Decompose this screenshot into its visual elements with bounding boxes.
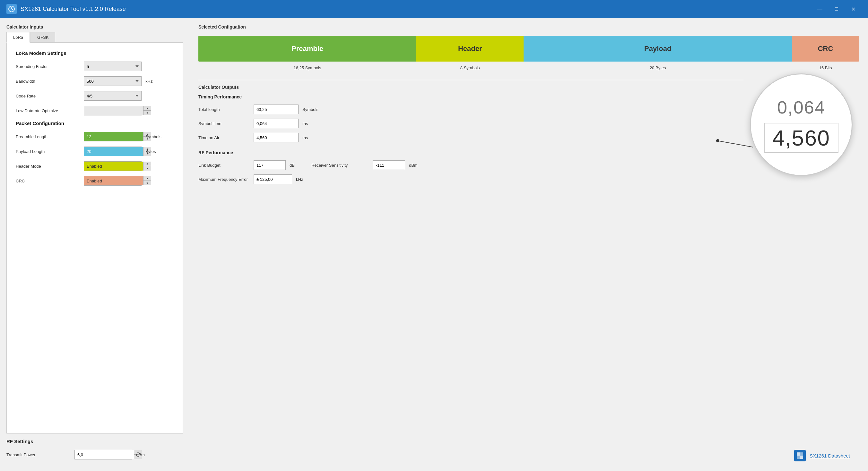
- bandwidth-row: Bandwidth 125 250 500 kHz: [16, 76, 174, 86]
- header-mode-spinner: ▲ ▼: [84, 161, 142, 171]
- crc-value[interactable]: [84, 176, 143, 185]
- window-controls: — □ ✕: [811, 3, 862, 15]
- header-mode-up[interactable]: ▲: [144, 162, 151, 166]
- app-title: SX1261 Calculator Tool v1.1.2.0 Release: [21, 6, 126, 12]
- transmit-power-row: Transmit Power ▲ ▼ dBm: [6, 450, 183, 460]
- symbol-time-value: 0,064: [254, 119, 299, 128]
- tab-lora[interactable]: LoRa: [6, 32, 30, 43]
- magnifier-top-value: 0,064: [777, 97, 825, 118]
- maximize-button[interactable]: □: [828, 3, 845, 15]
- svg-rect-6: [800, 456, 803, 459]
- low-datarate-label: Low Datarate Optimize: [16, 108, 80, 113]
- preamble-length-value[interactable]: [84, 132, 143, 141]
- close-button[interactable]: ✕: [845, 3, 862, 15]
- minimize-button[interactable]: —: [811, 3, 828, 15]
- symbol-time-label: Symbol time: [198, 121, 250, 126]
- svg-rect-4: [800, 452, 803, 456]
- selected-config-title: Selected Configuation: [198, 24, 859, 30]
- payload-length-row: Payload Length ▲ ▼ Bytes: [16, 146, 174, 156]
- preamble-length-unit: Symbols: [146, 134, 161, 139]
- rf-performance-title: RF Performance: [198, 150, 743, 155]
- tab-gfsk[interactable]: GFSK: [31, 32, 55, 42]
- header-mode-down[interactable]: ▼: [144, 166, 151, 171]
- payload-segment: Payload: [524, 36, 792, 62]
- svg-line-1: [718, 141, 753, 147]
- tabs-container: LoRa GFSK: [6, 32, 183, 43]
- packet-visualization: Preamble Header Payload CRC: [198, 36, 859, 62]
- crc-up[interactable]: ▲: [144, 176, 151, 181]
- packet-config-section: Packet Configuration Preamble Length ▲ ▼…: [16, 121, 174, 186]
- preamble-segment: Preamble: [198, 36, 416, 62]
- outputs-area: Calculator Outputs Timing Performance To…: [198, 80, 859, 189]
- header-sublabel: 8 Symbols: [416, 65, 524, 70]
- settings-box: LoRa Modem Settings Spreading Factor 5 6…: [6, 43, 183, 434]
- magnifier-circle: 0,064 4,560: [750, 73, 852, 176]
- low-datarate-row: Low Datarate Optimize Disabled ▲ ▼: [16, 106, 174, 115]
- transmit-power-value[interactable]: [75, 450, 134, 459]
- crc-buttons: ▲ ▼: [143, 176, 151, 185]
- receiver-sensitivity-value: -111: [373, 160, 405, 170]
- preamble-length-spinner: ▲ ▼: [84, 132, 142, 141]
- transmit-power-unit: dBm: [136, 452, 145, 457]
- max-freq-error-unit: kHz: [296, 177, 303, 182]
- bandwidth-unit: kHz: [146, 79, 153, 84]
- payload-length-value[interactable]: [84, 147, 143, 156]
- low-datarate-buttons: ▲ ▼: [143, 106, 151, 115]
- packet-config-title: Packet Configuration: [16, 121, 174, 126]
- crc-down[interactable]: ▼: [144, 181, 151, 185]
- bandwidth-select[interactable]: 125 250 500: [84, 76, 142, 86]
- max-freq-error-value: ± 125,00: [254, 174, 292, 184]
- spreading-factor-label: Spreading Factor: [16, 64, 80, 69]
- title-bar: SX1261 Calculator Tool v1.1.2.0 Release …: [0, 0, 868, 18]
- header-mode-value[interactable]: [84, 162, 143, 171]
- footer-logo: [794, 450, 806, 461]
- preamble-sublabel: 16,25 Symbols: [198, 65, 416, 70]
- payload-length-unit: Bytes: [146, 149, 156, 154]
- left-panel: Calculator Inputs LoRa GFSK LoRa Modem S…: [0, 18, 189, 471]
- app-icon: [6, 4, 17, 14]
- low-datarate-spinner: Disabled ▲ ▼: [84, 106, 142, 115]
- calculator-outputs-title: Calculator Outputs: [198, 80, 743, 90]
- packet-labels: 16,25 Symbols 8 Symbols 20 Bytes 16 Bits: [198, 65, 859, 70]
- bandwidth-label: Bandwidth: [16, 79, 80, 84]
- preamble-length-label: Preamble Length: [16, 134, 80, 139]
- low-datarate-up[interactable]: ▲: [144, 106, 151, 111]
- link-budget-unit: dB: [289, 163, 295, 168]
- code-rate-row: Code Rate 4/5 4/6 4/7 4/8: [16, 91, 174, 101]
- link-budget-row: Link Budget 117 dB Receiver Sensitivity …: [198, 160, 743, 170]
- footer: SX1261 Datasheet: [198, 440, 859, 465]
- crc-spinner: ▲ ▼: [84, 176, 142, 186]
- crc-row: CRC ▲ ▼: [16, 176, 174, 186]
- preamble-length-row: Preamble Length ▲ ▼ Symbols: [16, 132, 174, 141]
- header-segment: Header: [416, 36, 524, 62]
- outputs-left-col: Calculator Outputs Timing Performance To…: [198, 80, 743, 189]
- title-bar-left: SX1261 Calculator Tool v1.1.2.0 Release: [6, 4, 126, 14]
- rf-settings-title: RF Settings: [6, 439, 183, 444]
- link-budget-value: 117: [254, 160, 286, 170]
- max-freq-error-row: Maximum Frequency Error ± 125,00 kHz: [198, 174, 743, 184]
- svg-rect-5: [797, 456, 800, 459]
- total-length-unit: Symbols: [302, 107, 318, 112]
- magnifier-connector: [718, 131, 756, 150]
- main-content: Calculator Inputs LoRa GFSK LoRa Modem S…: [0, 18, 868, 471]
- time-on-air-unit: ms: [302, 135, 308, 140]
- spreading-factor-select[interactable]: 5 6 7 8 9 10 11 12: [84, 62, 142, 71]
- code-rate-select[interactable]: 4/5 4/6 4/7 4/8: [84, 91, 142, 101]
- total-length-value: 63,25: [254, 104, 299, 114]
- rf-settings-section: RF Settings Transmit Power ▲ ▼ dBm: [6, 439, 183, 465]
- total-length-label: Total length: [198, 107, 250, 112]
- receiver-sensitivity-label: Receiver Sensitivity: [311, 163, 369, 168]
- payload-sublabel: 20 Bytes: [524, 65, 792, 70]
- crc-sublabel: 16 Bits: [792, 65, 859, 70]
- low-datarate-value[interactable]: Disabled: [84, 106, 143, 115]
- timing-performance-title: Timing Performance: [198, 94, 743, 99]
- symbol-time-row: Symbol time 0,064 ms: [198, 119, 743, 128]
- svg-point-2: [716, 139, 719, 142]
- crc-segment: CRC: [792, 36, 859, 62]
- time-on-air-label: Time on Air: [198, 135, 250, 140]
- lora-modem-title: LoRa Modem Settings: [16, 51, 174, 56]
- header-mode-buttons: ▲ ▼: [143, 162, 151, 171]
- datasheet-link[interactable]: SX1261 Datasheet: [810, 453, 850, 459]
- low-datarate-down[interactable]: ▼: [144, 111, 151, 115]
- payload-length-spinner: ▲ ▼: [84, 146, 142, 156]
